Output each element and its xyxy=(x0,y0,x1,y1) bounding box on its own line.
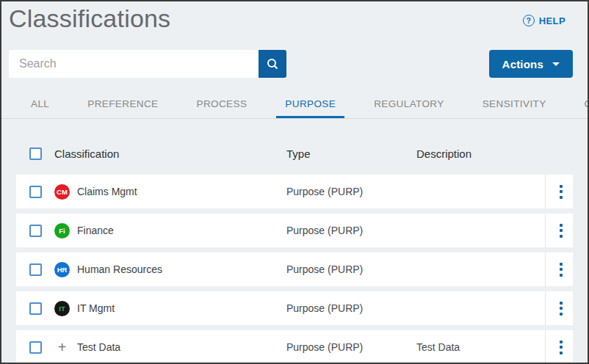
classification-type: Purpose (PURP) xyxy=(286,263,416,275)
kebab-menu-icon[interactable] xyxy=(555,181,567,203)
classification-name: Human Resources xyxy=(77,263,162,275)
row-checkbox[interactable] xyxy=(29,302,42,315)
toolbar: Actions xyxy=(9,50,573,78)
row-checkbox[interactable] xyxy=(29,225,42,237)
tab-preference[interactable]: PREFERENCE xyxy=(79,92,167,118)
select-all-checkbox[interactable] xyxy=(29,148,42,160)
classification-name: IT Mgmt xyxy=(77,302,115,314)
column-header-type: Type xyxy=(286,148,416,160)
table-row[interactable]: HR Human Resources Purpose (PURP) xyxy=(16,252,573,286)
row-checkbox[interactable] xyxy=(29,263,42,276)
column-header-description: Description xyxy=(416,148,545,160)
tab-bar: ALL PREFERENCE PROCESS PURPOSE REGULATOR… xyxy=(1,92,588,119)
help-link[interactable]: ? HELP xyxy=(523,15,565,26)
table-row[interactable]: Fi Finance Purpose (PURP) xyxy=(16,214,573,247)
search-button[interactable] xyxy=(259,50,286,78)
table-row[interactable]: CM Claims Mgmt Purpose (PURP) xyxy=(16,175,573,208)
question-circle-icon: ? xyxy=(523,15,535,26)
tab-all[interactable]: ALL xyxy=(22,92,58,118)
classification-avatar-icon: Fi xyxy=(54,223,70,239)
classification-type: Purpose (PURP) xyxy=(286,302,416,314)
classification-type: Purpose (PURP) xyxy=(286,225,416,236)
tab-process[interactable]: PROCESS xyxy=(188,92,256,118)
caret-down-icon xyxy=(552,62,560,66)
table-header: Classification Type Description xyxy=(16,138,573,169)
actions-label: Actions xyxy=(502,58,543,70)
kebab-menu-icon[interactable] xyxy=(555,258,567,281)
kebab-menu-icon[interactable] xyxy=(555,219,567,242)
search-input[interactable] xyxy=(9,50,259,78)
plus-icon: + xyxy=(54,340,70,355)
search-icon xyxy=(266,57,279,70)
table-rows: CM Claims Mgmt Purpose (PURP) Fi Finance… xyxy=(16,175,573,364)
kebab-menu-icon[interactable] xyxy=(555,297,567,320)
row-checkbox[interactable] xyxy=(29,186,42,198)
tab-sensitivity[interactable]: SENSITIVITY xyxy=(474,92,555,118)
page-title: Classifications xyxy=(9,4,170,33)
tab-purpose[interactable]: PURPOSE xyxy=(276,92,344,118)
classification-name: Claims Mgmt xyxy=(77,186,137,197)
classifications-page: Classifications ? HELP Actions ALL PREFE… xyxy=(0,0,589,364)
classification-type: Purpose (PURP) xyxy=(286,186,416,197)
tab-regulatory[interactable]: REGULATORY xyxy=(365,92,453,118)
table-row[interactable]: IT IT Mgmt Purpose (PURP) xyxy=(16,291,573,325)
row-checkbox[interactable] xyxy=(29,341,42,354)
classification-avatar-icon: IT xyxy=(54,301,70,316)
classification-description: Test Data xyxy=(416,341,545,353)
classification-avatar-icon: HR xyxy=(54,262,70,277)
column-header-classification: Classification xyxy=(54,148,286,160)
actions-button[interactable]: Actions xyxy=(489,50,573,78)
tab-custom[interactable]: CUSTOM xyxy=(576,92,589,118)
title-bar: Classifications ? HELP xyxy=(1,1,588,46)
table-row[interactable]: + Test Data Purpose (PURP) Test Data xyxy=(16,330,573,364)
classification-avatar-icon: CM xyxy=(54,184,70,200)
help-label: HELP xyxy=(539,15,565,26)
classification-name: Finance xyxy=(77,225,114,236)
kebab-menu-icon[interactable] xyxy=(555,336,567,359)
search-bar xyxy=(9,50,286,78)
classification-type: Purpose (PURP) xyxy=(286,341,416,353)
classification-name: Test Data xyxy=(77,341,120,353)
